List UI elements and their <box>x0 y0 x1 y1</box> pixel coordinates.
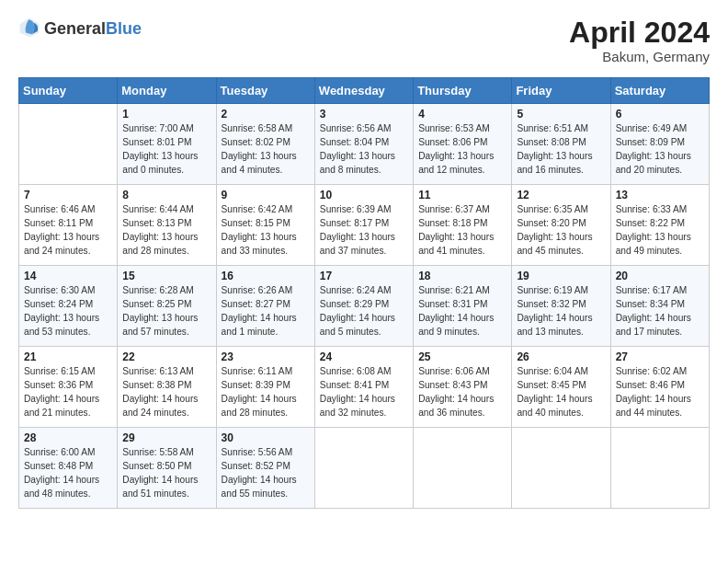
day-info: Sunrise: 6:04 AMSunset: 8:45 PMDaylight:… <box>517 365 605 419</box>
day-info: Sunrise: 5:56 AMSunset: 8:52 PMDaylight:… <box>222 446 310 500</box>
day-info: Sunrise: 7:00 AMSunset: 8:01 PMDaylight:… <box>122 122 210 177</box>
cell-w3-d3: 16Sunrise: 6:26 AMSunset: 8:27 PMDayligh… <box>216 266 314 347</box>
cell-w4-d3: 23Sunrise: 6:11 AMSunset: 8:39 PMDayligh… <box>216 347 314 428</box>
day-number: 5 <box>517 108 605 121</box>
title-block: April 2024 Bakum, Germany <box>569 17 710 64</box>
week-row-1: 1Sunrise: 7:00 AMSunset: 8:01 PMDaylight… <box>19 104 710 185</box>
cell-w3-d2: 15Sunrise: 6:28 AMSunset: 8:25 PMDayligh… <box>118 266 216 347</box>
cell-w2-d4: 10Sunrise: 6:39 AMSunset: 8:17 PMDayligh… <box>314 185 413 266</box>
day-info: Sunrise: 6:24 AMSunset: 8:29 PMDaylight:… <box>320 284 408 339</box>
day-number: 24 <box>320 350 408 363</box>
day-info: Sunrise: 5:58 AMSunset: 8:50 PMDaylight:… <box>122 446 210 500</box>
cell-w3-d7: 20Sunrise: 6:17 AMSunset: 8:34 PMDayligh… <box>610 266 709 347</box>
cell-w4-d4: 24Sunrise: 6:08 AMSunset: 8:41 PMDayligh… <box>314 347 413 428</box>
cell-w1-d5: 4Sunrise: 6:53 AMSunset: 8:06 PMDaylight… <box>414 104 512 185</box>
day-info: Sunrise: 6:08 AMSunset: 8:41 PMDaylight:… <box>320 365 408 419</box>
cell-w2-d3: 9Sunrise: 6:42 AMSunset: 8:15 PMDaylight… <box>216 185 314 266</box>
week-row-2: 7Sunrise: 6:46 AMSunset: 8:11 PMDaylight… <box>19 185 710 266</box>
day-number: 18 <box>418 270 506 282</box>
col-thursday: Thursday <box>414 78 512 104</box>
day-info: Sunrise: 6:26 AMSunset: 8:27 PMDaylight:… <box>222 284 310 339</box>
col-saturday: Saturday <box>610 78 709 104</box>
calendar-header: Sunday Monday Tuesday Wednesday Thursday… <box>19 78 710 104</box>
cell-w1-d3: 2Sunrise: 6:58 AMSunset: 8:02 PMDaylight… <box>216 104 314 185</box>
cell-w5-d1: 28Sunrise: 6:00 AMSunset: 8:48 PMDayligh… <box>19 428 118 509</box>
col-wednesday: Wednesday <box>314 78 413 104</box>
cell-w1-d1 <box>19 104 118 185</box>
cell-w2-d6: 12Sunrise: 6:35 AMSunset: 8:20 PMDayligh… <box>512 185 610 266</box>
cell-w2-d1: 7Sunrise: 6:46 AMSunset: 8:11 PMDaylight… <box>19 185 118 266</box>
calendar-table: Sunday Monday Tuesday Wednesday Thursday… <box>18 77 710 509</box>
cell-w3-d6: 19Sunrise: 6:19 AMSunset: 8:32 PMDayligh… <box>512 266 610 347</box>
week-row-4: 21Sunrise: 6:15 AMSunset: 8:36 PMDayligh… <box>19 347 710 428</box>
cell-w5-d5 <box>414 428 512 509</box>
cell-w2-d7: 13Sunrise: 6:33 AMSunset: 8:22 PMDayligh… <box>610 185 709 266</box>
day-info: Sunrise: 6:15 AMSunset: 8:36 PMDaylight:… <box>24 365 112 419</box>
day-info: Sunrise: 6:00 AMSunset: 8:48 PMDaylight:… <box>24 446 112 500</box>
cell-w2-d5: 11Sunrise: 6:37 AMSunset: 8:18 PMDayligh… <box>414 185 512 266</box>
day-info: Sunrise: 6:53 AMSunset: 8:06 PMDaylight:… <box>418 122 506 177</box>
cell-w3-d5: 18Sunrise: 6:21 AMSunset: 8:31 PMDayligh… <box>414 266 512 347</box>
day-number: 27 <box>616 350 704 363</box>
day-number: 3 <box>320 108 408 121</box>
cell-w2-d2: 8Sunrise: 6:44 AMSunset: 8:13 PMDaylight… <box>118 185 216 266</box>
day-info: Sunrise: 6:06 AMSunset: 8:43 PMDaylight:… <box>418 365 506 419</box>
logo: GeneralBlue <box>18 17 142 42</box>
day-number: 13 <box>616 189 704 201</box>
week-row-5: 28Sunrise: 6:00 AMSunset: 8:48 PMDayligh… <box>19 428 710 509</box>
day-number: 19 <box>517 270 605 282</box>
header-row: Sunday Monday Tuesday Wednesday Thursday… <box>19 78 710 104</box>
day-info: Sunrise: 6:21 AMSunset: 8:31 PMDaylight:… <box>418 284 506 339</box>
page: GeneralBlue April 2024 Bakum, Germany Su… <box>0 0 728 563</box>
day-number: 4 <box>418 108 506 121</box>
header: GeneralBlue April 2024 Bakum, Germany <box>18 17 710 64</box>
day-number: 21 <box>24 350 112 363</box>
cell-w3-d4: 17Sunrise: 6:24 AMSunset: 8:29 PMDayligh… <box>314 266 413 347</box>
day-info: Sunrise: 6:35 AMSunset: 8:20 PMDaylight:… <box>517 203 605 258</box>
day-info: Sunrise: 6:13 AMSunset: 8:38 PMDaylight:… <box>122 365 210 419</box>
day-number: 1 <box>122 108 210 121</box>
logo-text: GeneralBlue <box>44 20 142 39</box>
cell-w5-d4 <box>314 428 413 509</box>
day-info: Sunrise: 6:42 AMSunset: 8:15 PMDaylight:… <box>222 203 310 258</box>
cell-w4-d5: 25Sunrise: 6:06 AMSunset: 8:43 PMDayligh… <box>414 347 512 428</box>
day-info: Sunrise: 6:30 AMSunset: 8:24 PMDaylight:… <box>24 284 112 339</box>
cell-w5-d6 <box>512 428 610 509</box>
day-info: Sunrise: 6:33 AMSunset: 8:22 PMDaylight:… <box>616 203 704 258</box>
day-number: 30 <box>222 431 310 444</box>
day-number: 7 <box>24 189 112 201</box>
day-info: Sunrise: 6:19 AMSunset: 8:32 PMDaylight:… <box>517 284 605 339</box>
cell-w1-d2: 1Sunrise: 7:00 AMSunset: 8:01 PMDaylight… <box>118 104 216 185</box>
col-tuesday: Tuesday <box>216 78 314 104</box>
day-number: 23 <box>222 350 310 363</box>
cell-w1-d4: 3Sunrise: 6:56 AMSunset: 8:04 PMDaylight… <box>314 104 413 185</box>
day-number: 11 <box>418 189 506 201</box>
day-info: Sunrise: 6:56 AMSunset: 8:04 PMDaylight:… <box>320 122 408 177</box>
day-info: Sunrise: 6:49 AMSunset: 8:09 PMDaylight:… <box>616 122 704 177</box>
day-number: 15 <box>122 270 210 282</box>
day-info: Sunrise: 6:51 AMSunset: 8:08 PMDaylight:… <box>517 122 605 177</box>
cell-w5-d7 <box>610 428 709 509</box>
day-number: 29 <box>122 431 210 444</box>
cell-w1-d7: 6Sunrise: 6:49 AMSunset: 8:09 PMDaylight… <box>610 104 709 185</box>
calendar-body: 1Sunrise: 7:00 AMSunset: 8:01 PMDaylight… <box>19 104 710 509</box>
day-number: 6 <box>616 108 704 121</box>
day-number: 28 <box>24 431 112 444</box>
day-info: Sunrise: 6:02 AMSunset: 8:46 PMDaylight:… <box>616 365 704 419</box>
day-info: Sunrise: 6:11 AMSunset: 8:39 PMDaylight:… <box>222 365 310 419</box>
cell-w3-d1: 14Sunrise: 6:30 AMSunset: 8:24 PMDayligh… <box>19 266 118 347</box>
day-info: Sunrise: 6:37 AMSunset: 8:18 PMDaylight:… <box>418 203 506 258</box>
logo-icon <box>18 17 40 42</box>
cell-w1-d6: 5Sunrise: 6:51 AMSunset: 8:08 PMDaylight… <box>512 104 610 185</box>
day-number: 10 <box>320 189 408 201</box>
day-number: 26 <box>517 350 605 363</box>
cell-w4-d1: 21Sunrise: 6:15 AMSunset: 8:36 PMDayligh… <box>19 347 118 428</box>
cell-w5-d3: 30Sunrise: 5:56 AMSunset: 8:52 PMDayligh… <box>216 428 314 509</box>
day-info: Sunrise: 6:17 AMSunset: 8:34 PMDaylight:… <box>616 284 704 339</box>
day-number: 2 <box>222 108 310 121</box>
day-number: 22 <box>122 350 210 363</box>
cell-w5-d2: 29Sunrise: 5:58 AMSunset: 8:50 PMDayligh… <box>118 428 216 509</box>
day-number: 25 <box>418 350 506 363</box>
day-number: 14 <box>24 270 112 282</box>
day-info: Sunrise: 6:28 AMSunset: 8:25 PMDaylight:… <box>122 284 210 339</box>
